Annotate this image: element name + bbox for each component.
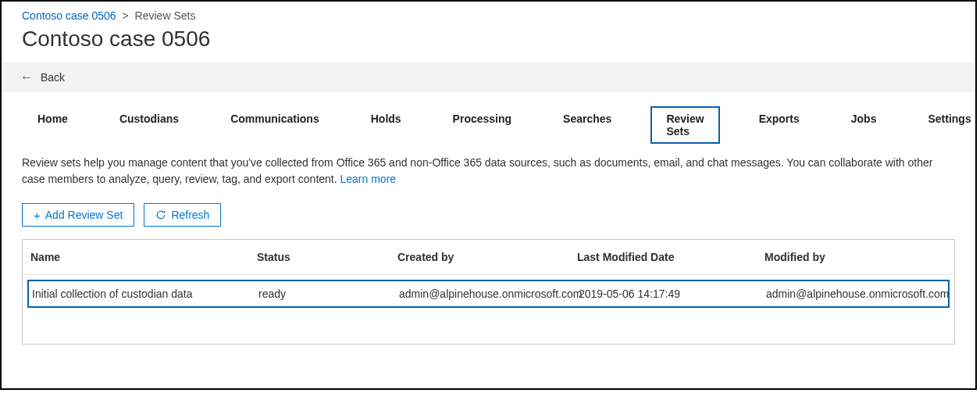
cell-created-by: admin@alpinehouse.onmicrosoft.com: [399, 288, 579, 300]
tab-home[interactable]: Home: [25, 106, 80, 144]
add-review-set-button[interactable]: + Add Review Set: [22, 203, 134, 227]
description-text: Review sets help you manage content that…: [22, 156, 932, 185]
cell-status: ready: [258, 288, 399, 300]
cell-modified-by: admin@alpinehouse.onmicrosoft.com: [766, 288, 961, 300]
tab-communications[interactable]: Communications: [218, 106, 332, 144]
breadcrumb: Contoso case 0506 > Review Sets: [2, 2, 975, 23]
tab-exports[interactable]: Exports: [747, 106, 812, 144]
tabs: Home Custodians Communications Holds Pro…: [2, 92, 975, 152]
refresh-button[interactable]: Refresh: [144, 203, 221, 227]
tab-custodians[interactable]: Custodians: [107, 106, 191, 144]
col-header-modified-by[interactable]: Modified by: [764, 251, 960, 263]
tab-review-sets[interactable]: Review Sets: [650, 106, 719, 144]
toolbar: + Add Review Set Refresh: [2, 192, 975, 239]
review-sets-table: Name Status Created by Last Modified Dat…: [22, 239, 955, 345]
tab-settings[interactable]: Settings: [915, 106, 977, 144]
table-row[interactable]: Initial collection of custodian data rea…: [27, 280, 950, 308]
tab-searches[interactable]: Searches: [551, 106, 624, 144]
plus-icon: +: [34, 209, 41, 221]
tab-processing[interactable]: Processing: [440, 106, 524, 144]
breadcrumb-current: Review Sets: [135, 9, 196, 22]
col-header-last-modified[interactable]: Last Modified Date: [577, 251, 764, 263]
learn-more-link[interactable]: Learn more: [340, 173, 397, 185]
cell-name: Initial collection of custodian data: [32, 288, 258, 300]
page-title: Contoso case 0506: [2, 23, 975, 63]
cell-last-modified: 2019-05-06 14:17:49: [579, 288, 766, 300]
col-header-created-by[interactable]: Created by: [397, 251, 577, 263]
description: Review sets help you manage content that…: [2, 152, 975, 192]
col-header-name[interactable]: Name: [30, 251, 257, 263]
table-header-row: Name Status Created by Last Modified Dat…: [23, 240, 954, 275]
breadcrumb-separator: >: [123, 9, 129, 22]
tab-jobs[interactable]: Jobs: [839, 106, 889, 144]
refresh-label: Refresh: [171, 209, 209, 221]
back-arrow-icon: ←: [20, 70, 33, 84]
col-header-status[interactable]: Status: [257, 251, 397, 263]
table-empty-space: [23, 313, 954, 344]
tab-holds[interactable]: Holds: [358, 106, 414, 144]
breadcrumb-root-link[interactable]: Contoso case 0506: [22, 9, 116, 22]
back-bar[interactable]: ← Back: [2, 63, 975, 92]
add-review-set-label: Add Review Set: [45, 209, 123, 221]
refresh-icon: [155, 209, 166, 220]
back-label: Back: [41, 71, 65, 84]
